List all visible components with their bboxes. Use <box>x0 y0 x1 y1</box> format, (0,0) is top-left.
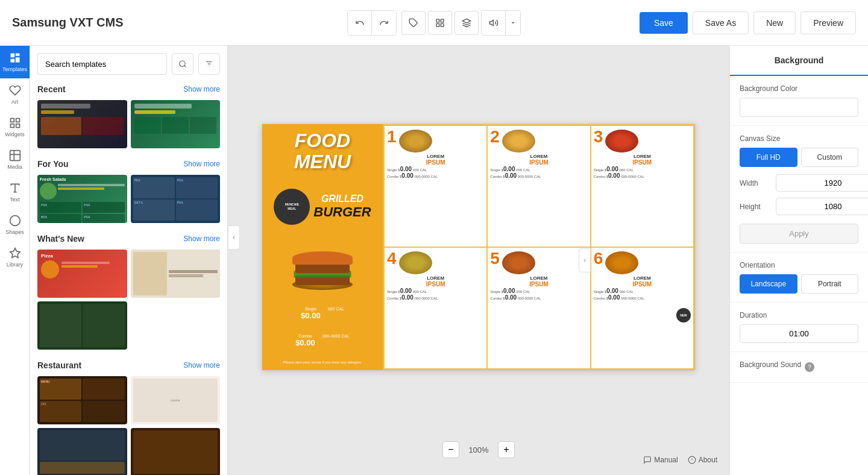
width-row: Width <box>740 174 858 192</box>
sidebar-item-art[interactable]: Art <box>0 78 30 111</box>
right-panel: Background Background Color Canvas Size … <box>729 46 868 475</box>
list-item[interactable] <box>131 428 221 475</box>
whats-new-show-more[interactable]: Show more <box>183 234 220 243</box>
for-you-grid: Fresh Salads PSA PSA BRA PSA <box>37 175 220 223</box>
list-item[interactable]: Pizza <box>37 250 127 298</box>
sidebar-item-shapes[interactable]: Shapes <box>0 209 30 241</box>
for-you-show-more[interactable]: Show more <box>183 160 220 168</box>
sidebar-label-templates: Templates <box>2 66 27 72</box>
panel-toggle-button[interactable] <box>228 225 240 250</box>
new-button[interactable]: New <box>753 11 796 34</box>
svg-rect-10 <box>10 59 14 63</box>
background-color-section: Background Color <box>730 76 868 126</box>
height-label: Height <box>740 203 776 211</box>
list-item[interactable] <box>37 301 127 350</box>
search-button[interactable] <box>172 53 193 75</box>
icon-sidebar: Templates Art Widgets Media Text Shapes … <box>0 46 30 475</box>
duration-input[interactable] <box>740 324 858 343</box>
list-item[interactable] <box>37 428 127 475</box>
burger-text: BURGER <box>313 204 371 220</box>
svg-rect-9 <box>15 57 19 62</box>
filter-button[interactable] <box>198 53 220 75</box>
restaurant-title: Restaurant <box>37 360 81 370</box>
width-input[interactable] <box>776 174 868 192</box>
recent-show-more[interactable]: Show more <box>183 85 220 93</box>
svg-point-20 <box>180 61 185 66</box>
portrait-button[interactable]: Portrait <box>801 274 859 294</box>
sound-button[interactable] <box>482 11 506 35</box>
apply-button[interactable]: Apply <box>740 224 858 244</box>
right-panel-toggle[interactable] <box>579 248 591 272</box>
full-hd-button[interactable]: Full HD <box>740 148 797 167</box>
list-item[interactable]: cuisine <box>131 376 221 424</box>
sidebar-label-art: Art <box>11 99 19 105</box>
restaurant-show-more[interactable]: Show more <box>183 361 220 370</box>
zoom-out-button[interactable]: − <box>442 441 459 458</box>
landscape-button[interactable]: Landscape <box>740 274 797 294</box>
svg-marker-5 <box>462 19 470 23</box>
svg-rect-12 <box>16 119 19 122</box>
preview-button[interactable]: Preview <box>800 11 856 34</box>
food-menu-grid: 1 LOREM IPSUM Single $0.00 000 CAL Combo… <box>383 124 695 370</box>
list-item[interactable]: Fresh Salads PSA PSA BRA PSA <box>37 175 127 223</box>
new-badge: NEW <box>676 308 691 322</box>
svg-rect-7 <box>10 54 14 58</box>
help-icon[interactable]: ? <box>805 362 814 372</box>
food-menu-canvas: FOODMENU MUNCHIEMEAL GRILLED BURGER <box>262 124 695 370</box>
list-item[interactable] <box>37 100 127 148</box>
sidebar-item-widgets[interactable]: Widgets <box>0 111 30 143</box>
tag-button[interactable] <box>401 11 426 35</box>
zoom-in-button[interactable]: + <box>498 441 515 458</box>
whats-new-grid: Pizza <box>37 250 220 350</box>
menu-cell-5: 5 LOREM IPSUM Single $0.00 000 CAL Combo… <box>487 247 590 369</box>
whats-new-section-header: What's New Show more <box>37 234 220 244</box>
manual-link-label: Manual <box>654 456 678 464</box>
zoom-controls: − 100% + <box>442 436 515 463</box>
sidebar-item-templates[interactable]: Templates <box>0 46 30 78</box>
list-item[interactable]: PSA PSA GET A PSA <box>131 175 221 223</box>
bottom-links: Manual About <box>643 456 717 464</box>
right-panel-title: Background <box>730 46 868 76</box>
background-sound-label: Background Sound <box>740 360 801 369</box>
list-item[interactable]: MENU 2X1 <box>37 376 127 424</box>
price-row: Single $0.00 000 CAL <box>301 307 344 320</box>
canvas[interactable]: FOODMENU MUNCHIEMEAL GRILLED BURGER <box>262 124 696 371</box>
combo-price-row: Combo $0.00 000-0000 CAL <box>295 334 350 347</box>
save-as-button[interactable]: Save As <box>693 11 749 34</box>
grid-button[interactable] <box>428 11 452 35</box>
svg-marker-19 <box>10 248 20 258</box>
canvas-size-row: Full HD Custom <box>740 148 858 167</box>
sidebar-item-text[interactable]: Text <box>0 176 30 209</box>
whats-new-title: What's New <box>37 234 84 244</box>
about-link[interactable]: About <box>688 456 717 464</box>
sidebar-label-media: Media <box>7 164 22 170</box>
munchie-badge: MUNCHIEMEAL <box>274 189 310 225</box>
header-actions: Save Save As New Preview <box>640 11 856 34</box>
duration-section: Duration <box>730 303 868 352</box>
for-you-title: For You <box>37 159 69 169</box>
burger-image <box>286 242 359 290</box>
height-input[interactable] <box>776 198 868 215</box>
canvas-wrapper: FOODMENU MUNCHIEMEAL GRILLED BURGER <box>240 58 717 436</box>
background-sound-section: Background Sound ? <box>730 352 868 383</box>
redo-button[interactable] <box>372 11 396 35</box>
sidebar-item-library[interactable]: Library <box>0 241 30 274</box>
list-item[interactable] <box>131 100 221 148</box>
sidebar-item-media[interactable]: Media <box>0 143 30 176</box>
save-button[interactable]: Save <box>640 12 688 34</box>
custom-button[interactable]: Custom <box>801 148 859 167</box>
list-item[interactable] <box>131 250 221 298</box>
undo-button[interactable] <box>348 11 372 35</box>
menu-cell-2: 2 LOREM IPSUM Single $0.00 000 CAL Combo… <box>487 125 590 247</box>
background-color-input[interactable] <box>740 98 858 117</box>
svg-rect-1 <box>436 19 439 22</box>
recent-grid <box>37 100 220 148</box>
sound-dropdown-button[interactable] <box>506 11 520 35</box>
search-input[interactable] <box>37 53 167 75</box>
layers-button[interactable] <box>454 11 479 35</box>
food-menu-title: FOODMENU <box>294 130 351 172</box>
manual-link[interactable]: Manual <box>643 456 678 464</box>
menu-cell-3: 3 LOREM IPSUM Single $0.00 000 CAL Combo… <box>591 125 694 247</box>
svg-rect-2 <box>441 19 444 22</box>
recent-section-header: Recent Show more <box>37 84 220 94</box>
